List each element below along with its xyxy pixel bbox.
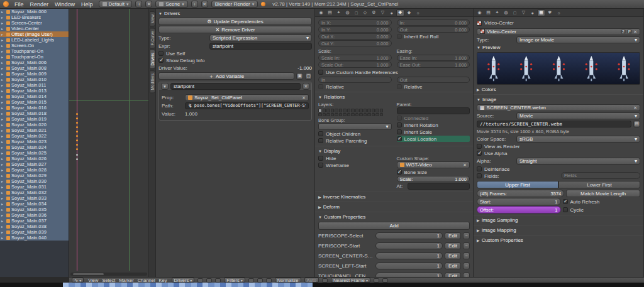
expand-icon[interactable] <box>1 167 5 173</box>
show-debug-checkbox-row[interactable]: Show Debug Info <box>158 57 312 63</box>
clear-icon[interactable] <box>302 95 306 100</box>
keyframe-dot[interactable] <box>76 139 78 141</box>
property-value-slider[interactable]: 1 <box>375 263 443 269</box>
bendy-roll-field[interactable]: Out: 0.000 <box>397 26 470 33</box>
panel-expand-icon[interactable] <box>158 11 162 16</box>
expand-icon[interactable] <box>1 94 5 99</box>
sidebar-tab[interactable]: F-Curve <box>150 28 155 48</box>
outliner-item[interactable]: Soyuz_Main.037 <box>0 218 69 224</box>
expand-icon[interactable] <box>1 184 5 190</box>
outliner-item[interactable]: Soyuz_Main.036 <box>0 212 69 218</box>
inherit-scale-row[interactable]: Inherit Scale <box>397 129 470 135</box>
outliner-item[interactable]: Soyuz_Main.038 <box>0 224 69 229</box>
outliner-item[interactable]: Soyuz_Main.030 <box>0 178 69 184</box>
layer-toggle[interactable] <box>355 109 359 112</box>
checkbox-icon[interactable] <box>318 163 323 168</box>
outliner-item[interactable]: Soyuz_Main.025 <box>0 150 69 156</box>
variable-type-icon[interactable]: ▾ <box>161 83 169 90</box>
expand-icon[interactable] <box>1 37 5 43</box>
panel-expand-icon[interactable] <box>318 204 321 210</box>
tab-material[interactable]: ● <box>387 9 396 16</box>
match-movie-length-button[interactable]: Match Movie Length <box>566 190 640 197</box>
variable-name-input[interactable]: startpoint <box>170 83 301 90</box>
expression-input[interactable]: startpoint <box>209 43 312 50</box>
hide-row[interactable]: Hide <box>318 155 392 161</box>
bendy-curve-field[interactable]: In X: 0.000 <box>318 19 392 26</box>
deinterlace-row[interactable]: Deinterlace <box>477 166 556 172</box>
keyframe-dot[interactable] <box>76 148 78 150</box>
errors-filter-icon[interactable] <box>215 278 221 283</box>
local-location-row[interactable]: Local Location <box>397 136 470 142</box>
layer-toggle[interactable] <box>380 109 384 112</box>
layer-toggle[interactable] <box>323 113 326 117</box>
bendy-curve-field[interactable]: In Y: 0.000 <box>318 26 392 33</box>
edit-property-button[interactable]: Edit <box>445 232 461 239</box>
outliner-item[interactable]: Soyuz_Main.000 <box>0 9 69 14</box>
shape-scale-field[interactable]: Scale: 1.000 <box>397 176 470 182</box>
paste-driver-variables-button[interactable]: ▢ <box>305 73 312 80</box>
outliner-item[interactable]: Soyuz_Main.009 <box>0 71 69 77</box>
tab-scene[interactable]: ✦ <box>493 9 501 16</box>
colorspace-dropdown[interactable]: sRGB ▾ <box>516 136 640 143</box>
keyframe-dot[interactable] <box>76 113 78 115</box>
relative-parenting-row[interactable]: Relative Parenting <box>318 138 392 144</box>
cyclic-row[interactable]: Cyclic <box>563 207 641 213</box>
expand-icon[interactable] <box>1 161 5 167</box>
editor-type-button[interactable]: ∿ <box>72 278 84 283</box>
update-dependencies-button[interactable]: ⚙ Update Dependencies <box>158 18 312 25</box>
upper-first-button[interactable]: Upper First <box>477 181 558 188</box>
relative-start-row[interactable]: Relative <box>318 84 392 90</box>
tab-material[interactable]: ● <box>528 9 536 16</box>
handle-start-field[interactable]: In <box>318 77 392 83</box>
panel-expand-icon[interactable] <box>318 194 321 200</box>
outliner-item[interactable]: Soyuz_Main.016 <box>0 105 69 111</box>
expand-icon[interactable] <box>1 9 5 14</box>
frames-slider[interactable]: (45) Frames: 3574 <box>477 190 564 197</box>
checkbox-icon[interactable] <box>318 131 323 136</box>
menu-item[interactable]: File <box>12 1 26 8</box>
remove-driver-button[interactable]: ✕ Remove Driver <box>158 26 312 33</box>
layer-toggle[interactable] <box>343 113 347 117</box>
layer-toggle[interactable] <box>380 113 384 117</box>
menu-item[interactable]: Render <box>28 1 52 8</box>
expand-icon[interactable] <box>1 111 5 116</box>
paste-keyframes-icon[interactable] <box>266 278 272 283</box>
fields-count-field[interactable]: Fields <box>561 172 640 179</box>
expand-icon[interactable] <box>1 105 5 111</box>
menu-item[interactable]: Help <box>79 1 96 8</box>
panel-header-relations[interactable]: Relations <box>318 94 470 100</box>
expand-icon[interactable] <box>1 156 5 161</box>
tab-scene[interactable]: ✦ <box>335 9 343 16</box>
checkbox-icon[interactable] <box>477 166 482 171</box>
checkbox-icon[interactable] <box>158 51 164 56</box>
bendy-easing-field[interactable]: Ease In: 1.000 <box>397 55 470 61</box>
sidebar-tab[interactable]: View <box>150 11 155 26</box>
checkbox-icon[interactable] <box>158 58 164 63</box>
source-dropdown[interactable]: Movie ▾ <box>516 112 640 119</box>
outliner-item[interactable]: Soyuz_Main.015 <box>0 99 69 105</box>
keyframe-dot[interactable] <box>76 117 78 119</box>
layer-toggle[interactable] <box>351 113 355 117</box>
filepath-input[interactable]: //textures/SCREEN_CENTER.webm <box>477 121 631 127</box>
relative-end-row[interactable]: Relative <box>397 84 470 90</box>
layer-toggle[interactable] <box>323 109 326 112</box>
outliner-item[interactable]: Soyuz_Main.028 <box>0 167 69 173</box>
panel-header-ik[interactable]: Inverse Kinematics <box>318 193 470 200</box>
checkbox-icon[interactable] <box>318 70 323 75</box>
connected-row[interactable]: Connected <box>397 115 470 121</box>
tab-particles[interactable]: ✱ <box>546 9 554 16</box>
expand-icon[interactable] <box>1 14 5 20</box>
menu-item[interactable]: Window <box>52 1 77 8</box>
expand-icon[interactable] <box>1 116 5 122</box>
layer-toggle[interactable] <box>364 109 367 112</box>
outliner-item[interactable]: Soyuz_Main.029 <box>0 173 69 178</box>
bendy-curve-field[interactable]: Out Y: 0.000 <box>318 40 392 46</box>
layer-toggle[interactable] <box>351 109 355 112</box>
lower-first-button[interactable]: Lower First <box>558 181 640 188</box>
outliner-item[interactable]: Soyuz_Main.026 <box>0 156 69 161</box>
outliner-item[interactable]: Soyuz_Main.010 <box>0 77 69 82</box>
panel-header-custom-properties[interactable]: Custom Properties <box>477 237 640 244</box>
panel-header-custom-properties[interactable]: Custom Properties <box>318 214 470 220</box>
snap-dropdown[interactable]: Nearest Frame <box>331 278 370 283</box>
checkbox-icon[interactable] <box>477 151 482 156</box>
